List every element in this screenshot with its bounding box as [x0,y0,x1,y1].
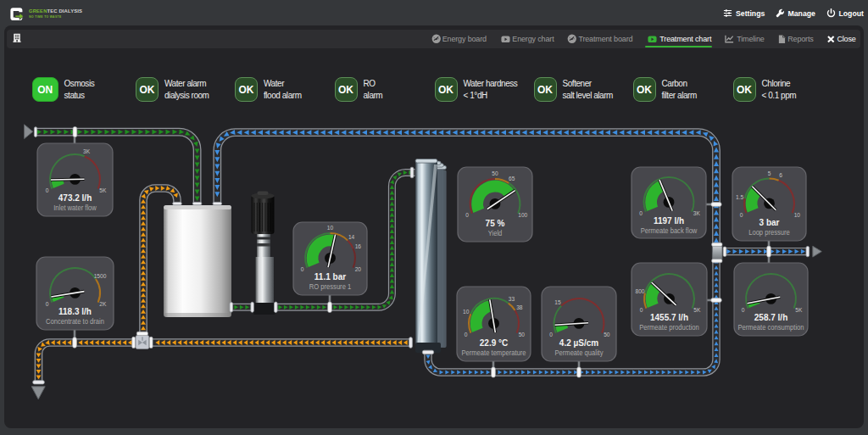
svg-text:Yield: Yield [488,228,503,237]
svg-text:800: 800 [635,288,644,294]
svg-text:38: 38 [516,304,523,310]
svg-text:0: 0 [740,212,743,218]
svg-text:Inlet water flow: Inlet water flow [53,203,97,212]
svg-text:20: 20 [355,266,362,272]
svg-text:258.7 l/h: 258.7 l/h [754,312,788,322]
svg-text:0: 0 [46,301,49,307]
svg-text:5K: 5K [693,307,701,313]
svg-text:10: 10 [463,309,470,315]
svg-text:0: 0 [639,210,643,216]
svg-text:Permeate consumption: Permeate consumption [737,322,804,332]
svg-text:33: 33 [509,296,515,302]
svg-text:GREENTEC DIALYSIS: GREENTEC DIALYSIS [29,8,82,14]
svg-text:65: 65 [509,176,515,181]
svg-text:0: 0 [549,332,553,337]
svg-text:Permeate temperature: Permeate temperature [461,348,526,357]
svg-text:3 bar: 3 bar [760,217,781,227]
svg-text:473.2 l/h: 473.2 l/h [58,192,92,203]
svg-text:50: 50 [492,170,498,176]
svg-text:1.5: 1.5 [736,194,743,200]
svg-text:6: 6 [779,172,782,178]
svg-text:3K: 3K [693,210,701,216]
svg-text:Concentrate to drain: Concentrate to drain [46,316,104,326]
svg-text:Permeate quality: Permeate quality [555,348,604,357]
svg-text:0: 0 [640,307,643,313]
svg-text:Permeate production: Permeate production [639,322,699,332]
svg-text:0: 0 [46,187,49,193]
svg-text:3K: 3K [83,148,91,154]
svg-text:0: 0 [742,307,745,313]
svg-text:5: 5 [768,170,771,176]
svg-text:100: 100 [518,212,527,218]
svg-text:4.2 µS/cm: 4.2 µS/cm [559,337,598,348]
svg-text:NO TIME TO WASTE: NO TIME TO WASTE [29,15,62,19]
svg-text:5K: 5K [99,187,107,193]
svg-text:0: 0 [465,212,469,218]
svg-text:22.9 °C: 22.9 °C [480,337,509,348]
svg-text:1455.7 l/h: 1455.7 l/h [650,312,688,322]
svg-text:16: 16 [355,243,362,249]
svg-text:75 %: 75 % [486,218,505,228]
svg-text:10: 10 [327,225,334,231]
svg-text:Permeate back flow: Permeate back flow [641,226,698,235]
svg-text:11.1 bar: 11.1 bar [314,271,347,282]
svg-text:10: 10 [794,212,801,218]
svg-text:1500: 1500 [94,273,107,279]
svg-text:1197 l/h: 1197 l/h [654,215,684,226]
svg-text:0: 0 [465,332,468,337]
svg-text:50: 50 [519,332,526,337]
svg-text:15: 15 [554,299,561,305]
svg-text:2K: 2K [99,301,107,307]
svg-text:0: 0 [301,266,304,272]
svg-text:118.3 l/h: 118.3 l/h [58,306,92,316]
svg-text:50: 50 [604,332,610,337]
svg-text:RO pressure 1: RO pressure 1 [309,282,351,291]
svg-text:5K: 5K [795,307,803,313]
svg-text:Loop pressure: Loop pressure [748,227,790,237]
svg-text:14: 14 [348,234,355,240]
